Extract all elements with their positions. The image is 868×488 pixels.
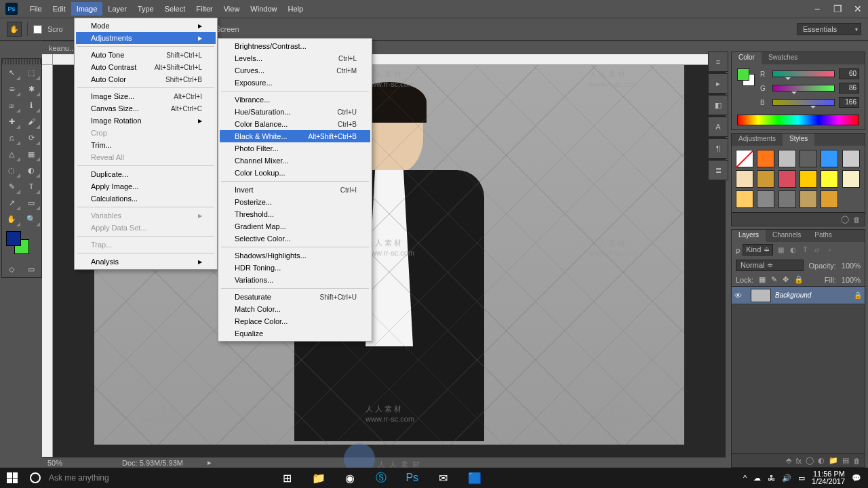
- zoom-tool[interactable]: 🔍: [22, 211, 41, 227]
- menu-item-variations[interactable]: Variations...: [220, 274, 370, 286]
- menu-item-color-lookup[interactable]: Color Lookup...: [220, 167, 370, 179]
- tab-layers[interactable]: Layers: [732, 230, 766, 242]
- eraser-tool[interactable]: △: [2, 146, 21, 162]
- properties-panel-icon[interactable]: ◧: [708, 95, 728, 115]
- menu-item-adjustments[interactable]: Adjustments▶: [76, 32, 216, 44]
- dodge-tool[interactable]: ◐: [22, 162, 41, 178]
- layer-row[interactable]: 👁 Background 🔒: [732, 287, 865, 304]
- menu-item-selective-color[interactable]: Selective Color...: [220, 232, 370, 245]
- menu-view[interactable]: View: [218, 2, 245, 16]
- style-swatch[interactable]: [821, 190, 838, 208]
- tray-onedrive-icon[interactable]: ☁: [753, 474, 761, 483]
- r-slider[interactable]: [772, 70, 835, 77]
- style-swatch[interactable]: [757, 150, 774, 167]
- style-swatch[interactable]: [736, 170, 753, 188]
- menu-item-gradient-map[interactable]: Gradient Map...: [220, 220, 370, 232]
- menu-item-photo-filter[interactable]: Photo Filter...: [220, 142, 370, 155]
- crop-tool[interactable]: ⎄: [2, 97, 21, 113]
- color-preview[interactable]: [737, 68, 755, 86]
- lasso-tool[interactable]: ⌯: [2, 81, 21, 97]
- menu-item-auto-color[interactable]: Auto ColorShift+Ctrl+B: [76, 73, 216, 85]
- menu-item-auto-tone[interactable]: Auto ToneShift+Ctrl+L: [76, 49, 216, 61]
- marquee-tool[interactable]: ⬚: [22, 64, 41, 81]
- menu-item-channel-mixer[interactable]: Channel Mixer...: [220, 155, 370, 167]
- menu-item-threshold[interactable]: Threshold...: [220, 208, 370, 220]
- filter-shape-icon[interactable]: ▱: [812, 245, 822, 255]
- menu-item-color-balance[interactable]: Color Balance...Ctrl+B: [220, 118, 370, 130]
- tab-swatches[interactable]: Swatches: [762, 52, 804, 64]
- menu-item-trim[interactable]: Trim...: [76, 139, 216, 151]
- skype-icon[interactable]: Ⓢ: [366, 468, 397, 488]
- fill-field[interactable]: 100%: [842, 276, 861, 284]
- menu-image[interactable]: Image: [71, 2, 103, 16]
- style-swatch[interactable]: [736, 150, 753, 167]
- style-swatch[interactable]: [842, 170, 860, 188]
- menu-file[interactable]: File: [24, 2, 47, 16]
- style-swatch[interactable]: [800, 190, 817, 208]
- menu-item-replace-color[interactable]: Replace Color...: [220, 315, 370, 327]
- filter-pixel-icon[interactable]: ▦: [776, 245, 785, 255]
- menu-item-analysis[interactable]: Analysis▶: [76, 256, 216, 268]
- app-icon-2[interactable]: 🟦: [459, 468, 490, 488]
- mask-icon[interactable]: ◯: [806, 456, 814, 465]
- menu-item-auto-contrast[interactable]: Auto ContrastAlt+Shift+Ctrl+L: [76, 61, 216, 73]
- menu-window[interactable]: Window: [245, 2, 282, 16]
- menu-item-vibrance[interactable]: Vibrance...: [220, 94, 370, 106]
- style-swatch[interactable]: [757, 190, 774, 208]
- chrome-icon[interactable]: ◉: [334, 468, 366, 488]
- style-swatch[interactable]: [778, 170, 796, 188]
- tray-lang-icon[interactable]: ▭: [798, 474, 805, 483]
- cortana-icon[interactable]: [30, 472, 41, 483]
- delete-icon[interactable]: 🗑: [853, 457, 861, 465]
- character-panel-icon[interactable]: A: [708, 117, 728, 137]
- menu-type[interactable]: Type: [132, 2, 159, 16]
- menu-item-desaturate[interactable]: DesaturateShift+Ctrl+U: [220, 291, 370, 303]
- menu-item-black-white[interactable]: Black & White...Alt+Shift+Ctrl+B: [220, 130, 370, 142]
- ps-taskbar-icon[interactable]: Ps: [397, 468, 428, 488]
- style-swatch[interactable]: [757, 170, 774, 188]
- style-swatch[interactable]: [821, 150, 838, 167]
- scroll-checkbox[interactable]: [33, 25, 42, 34]
- group-icon[interactable]: 📁: [829, 456, 838, 465]
- style-swatch[interactable]: [736, 190, 753, 208]
- minimize-button[interactable]: −: [807, 2, 827, 16]
- menu-item-apply-image[interactable]: Apply Image...: [76, 180, 216, 192]
- b-slider[interactable]: [772, 99, 835, 106]
- layer-thumbnail[interactable]: [751, 289, 771, 302]
- menu-item-match-color[interactable]: Match Color...: [220, 303, 370, 315]
- menu-edit[interactable]: Edit: [47, 2, 71, 16]
- menu-layer[interactable]: Layer: [102, 2, 132, 16]
- tab-color[interactable]: Color: [732, 52, 762, 64]
- taskview-icon[interactable]: ⊞: [272, 468, 303, 488]
- layer-kind-select[interactable]: Kind≑: [743, 244, 773, 256]
- tab-paths[interactable]: Paths: [808, 230, 839, 242]
- menu-item-curves[interactable]: Curves...Ctrl+M: [220, 64, 370, 77]
- tray-volume-icon[interactable]: 🔊: [782, 474, 791, 483]
- new-layer-icon[interactable]: ▤: [842, 456, 849, 465]
- foreground-color-swatch[interactable]: [6, 231, 21, 246]
- taskbar-clock[interactable]: 11:56 PM 1/24/2017: [812, 470, 845, 485]
- menu-item-image-rotation[interactable]: Image Rotation▶: [76, 115, 216, 127]
- eyedrop-tool[interactable]: ℹ: [22, 97, 41, 113]
- search-box[interactable]: Ask me anything: [46, 473, 109, 483]
- filter-type-icon[interactable]: T: [800, 245, 810, 255]
- zoom-field[interactable]: 50%: [47, 459, 62, 467]
- menu-select[interactable]: Select: [159, 2, 191, 16]
- style-swatch[interactable]: [800, 150, 817, 167]
- hand-tool[interactable]: ✋: [2, 211, 21, 227]
- menu-item-hue-saturation[interactable]: Hue/Saturation...Ctrl+U: [220, 106, 370, 118]
- menu-item-shadows-highlights[interactable]: Shadows/Highlights...: [220, 249, 370, 262]
- style-swatch[interactable]: [778, 190, 796, 208]
- adjustment-icon[interactable]: ◐: [818, 456, 825, 465]
- lock-all-icon[interactable]: 🔒: [794, 275, 804, 284]
- tray-notifications-icon[interactable]: 💬: [852, 474, 861, 483]
- menu-item-canvas-size[interactable]: Canvas Size...Alt+Ctrl+C: [76, 102, 216, 115]
- history-tool[interactable]: ⟳: [22, 129, 41, 146]
- tab-channels[interactable]: Channels: [766, 230, 808, 242]
- brush-tool[interactable]: 🖌: [22, 113, 41, 129]
- style-swatch[interactable]: [821, 170, 838, 188]
- link-icon[interactable]: ⬘: [786, 456, 791, 465]
- start-button[interactable]: [0, 468, 24, 488]
- menu-item-equalize[interactable]: Equalize: [220, 327, 370, 340]
- opacity-field[interactable]: 100%: [842, 262, 861, 270]
